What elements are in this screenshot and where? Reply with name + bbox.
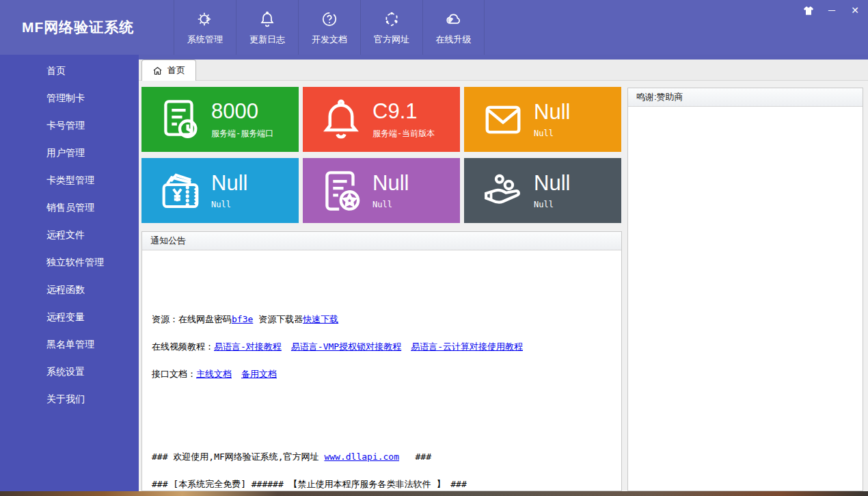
tile-value: Null [534, 101, 570, 124]
tile-value: Null [534, 172, 570, 195]
main-doc-link[interactable]: 主线文档 [196, 369, 232, 379]
file-star-icon [321, 168, 364, 213]
hand-coins-icon [482, 170, 526, 211]
official-site-link[interactable]: www.dllapi.com [324, 452, 399, 462]
resource-text: 资源：在线网盘密码 [152, 314, 232, 324]
app-window: MF网络验证系统 系统管理 [0, 0, 868, 496]
cloud-icon [444, 10, 463, 29]
nav-item-update-log[interactable]: 更新日志 [236, 0, 298, 55]
password-link[interactable]: bf3e [232, 314, 253, 324]
sidebar-item-card-types[interactable]: 卡类型管理 [0, 166, 139, 194]
tile-label: 服务端-当前版本 [372, 128, 435, 140]
tile-server-version: C9.1 服务端-当前版本 [303, 87, 460, 152]
sidebar-item-salesmen[interactable]: 销售员管理 [0, 194, 139, 221]
mail-icon [482, 99, 526, 141]
notice-panel-title: 通知公告 [142, 232, 621, 250]
tile-donate: Null Null [464, 158, 621, 223]
tile-label: Null [211, 200, 247, 209]
sidebar-item-remote-functions[interactable]: 远程函数 [0, 276, 139, 303]
tab-label: 首页 [167, 64, 185, 77]
nav-label: 更新日志 [249, 34, 285, 46]
nav-label: 官方网址 [374, 34, 409, 46]
tile-value: Null [211, 172, 247, 195]
tile-server-port: 8000 服务端-服务端口 [141, 87, 299, 152]
tile-label: 服务端-服务端口 [211, 128, 273, 140]
notice-panel-body: 资源：在线网盘密码bf3e 资源下载器快速下载 在线视频教程：易语言-对接教程易… [142, 250, 621, 491]
nav-item-online-upgrade[interactable]: 在线升级 [422, 0, 485, 55]
video-tutorial-link-2[interactable]: 易语言-VMP授权锁对接教程 [291, 341, 401, 352]
notice-panel: 通知公告 资源：在线网盘密码bf3e 资源下载器快速下载 在线视频教程：易语言-… [141, 231, 622, 491]
tile-ticket: Null Null [141, 158, 299, 223]
nav-item-official-site[interactable]: 官方网址 [360, 0, 422, 55]
tile-label: Null [372, 200, 409, 209]
sidebar-item-card-making[interactable]: 管理制卡 [0, 84, 139, 112]
resource-text-mid: 资源下载器 [253, 314, 303, 324]
sidebar: 首页 管理制卡 卡号管理 用户管理 卡类型管理 销售员管理 远程文件 独立软件管… [0, 55, 139, 491]
window-controls: ─ ✕ [802, 4, 861, 16]
minimize-button[interactable]: ─ [826, 4, 838, 16]
notice-line-video: 在线视频教程：易语言-对接教程易语言-VMP授权锁对接教程易语言-云计算对接使用… [152, 341, 523, 353]
tab-bar: 首页 [139, 60, 868, 81]
ticket-yen-icon [159, 169, 203, 213]
notice-line-free: ### [本系统完全免费] ###### 【禁止使用本程序服务各类非法软件 】 … [152, 478, 467, 491]
dashboard-tiles: 8000 服务端-服务端口 C9.1 服务端-当前版本 [141, 87, 621, 223]
notice-line-doc: 接口文档：主线文档备用文档 [152, 368, 277, 380]
quick-download-link[interactable]: 快速下载 [303, 314, 338, 324]
tile-value: Null [372, 172, 409, 195]
nav-label: 开发文档 [312, 34, 347, 46]
sidebar-item-remote-variables[interactable]: 远程变量 [0, 303, 139, 330]
accent-strip [139, 55, 868, 60]
theme-skin-button[interactable] [802, 4, 815, 16]
top-nav: 系统管理 更新日志 [174, 0, 485, 55]
network-icon [383, 10, 401, 29]
file-clock-icon [159, 97, 203, 142]
gear-icon [196, 10, 214, 29]
home-icon [152, 66, 163, 76]
sponsor-panel: 鸣谢:赞助商 [627, 88, 863, 491]
sidebar-item-remote-files[interactable]: 远程文件 [0, 221, 139, 248]
sidebar-item-about[interactable]: 关于我们 [0, 385, 139, 413]
tile-value: 8000 [211, 100, 273, 123]
help-icon [321, 10, 338, 29]
tile-license: Null Null [303, 158, 460, 223]
nav-item-system-manage[interactable]: 系统管理 [174, 0, 236, 55]
tab-home[interactable]: 首页 [141, 60, 196, 81]
welcome-text: ### 欢迎使用,MF网络验证系统,官方网址 [152, 452, 324, 462]
video-tutorial-link-3[interactable]: 易语言-云计算对接使用教程 [411, 341, 523, 352]
sidebar-item-blacklist[interactable]: 黑名单管理 [0, 330, 139, 358]
backup-doc-link[interactable]: 备用文档 [241, 369, 277, 379]
doc-text: 接口文档： [152, 369, 196, 379]
header-bar: MF网络验证系统 系统管理 [0, 0, 868, 55]
close-button[interactable]: ✕ [849, 4, 861, 16]
bell-icon [321, 97, 364, 142]
sidebar-item-users[interactable]: 用户管理 [0, 139, 139, 166]
nav-label: 在线升级 [436, 34, 472, 46]
sponsor-panel-title: 鸣谢:赞助商 [628, 88, 863, 107]
video-text: 在线视频教程： [152, 341, 214, 352]
desktop-edge-strip [0, 491, 868, 496]
sidebar-item-standalone-software[interactable]: 独立软件管理 [0, 248, 139, 276]
sponsor-panel-body [628, 107, 863, 491]
video-tutorial-link-1[interactable]: 易语言-对接教程 [214, 341, 282, 352]
nav-item-dev-docs[interactable]: 开发文档 [298, 0, 360, 55]
tile-mail: Null Null [464, 87, 621, 152]
notice-line-resource: 资源：在线网盘密码bf3e 资源下载器快速下载 [152, 313, 338, 326]
tile-value: C9.1 [372, 100, 435, 123]
sidebar-item-settings[interactable]: 系统设置 [0, 358, 139, 385]
sidebar-item-card-number[interactable]: 卡号管理 [0, 112, 139, 139]
sidebar-item-home[interactable]: 首页 [0, 57, 139, 84]
tile-label: Null [534, 200, 570, 209]
tile-label: Null [534, 129, 570, 138]
app-title: MF网络验证系统 [22, 0, 134, 55]
main-area: 首页 8000 服务端-服务端口 [139, 55, 868, 491]
nav-label: 系统管理 [187, 34, 223, 46]
notice-line-welcome: ### 欢迎使用,MF网络验证系统,官方网址 www.dllapi.com ##… [152, 451, 431, 463]
welcome-text-suffix: ### [399, 452, 431, 462]
bell-icon [258, 10, 276, 29]
